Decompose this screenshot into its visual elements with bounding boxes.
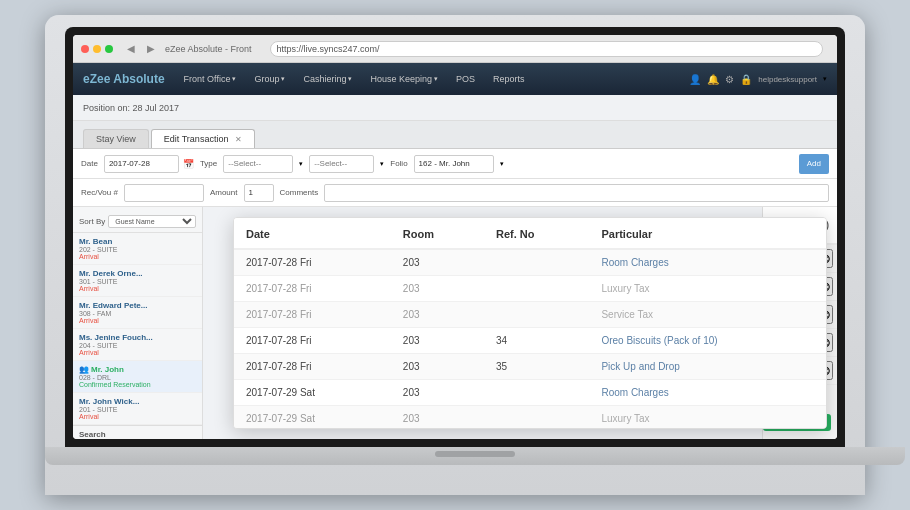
cell-date: 2017-07-29 Sat xyxy=(234,406,391,430)
nav-cashiering[interactable]: Cashiering ▾ xyxy=(298,72,357,86)
guest-status: Arrival xyxy=(79,317,196,324)
recvou-label: Rec/Vou # xyxy=(81,188,118,197)
guest-item-johnwick[interactable]: Mr. John Wick... 201 - SUITE Arrival xyxy=(73,393,202,425)
sort-label: Sort By xyxy=(79,217,105,226)
sidebar-sort-row: Sort By Guest Name xyxy=(73,211,202,233)
cell-refno: 35 xyxy=(484,354,589,380)
group-icon: 👥 xyxy=(79,365,89,374)
sort-select[interactable]: Guest Name xyxy=(108,215,196,228)
cell-date: 2017-07-28 Fri xyxy=(234,354,391,380)
cell-date: 2017-07-28 Fri xyxy=(234,276,391,302)
guest-item-derek[interactable]: Mr. Derek Orne... 301 - SUITE Arrival xyxy=(73,265,202,297)
main-content: Sort By Guest Name Mr. Bean 202 - SUITE … xyxy=(73,207,837,439)
lock-icon[interactable]: 🔒 xyxy=(740,74,752,85)
forward-button[interactable]: ▶ xyxy=(143,42,159,55)
guest-item-edward[interactable]: Mr. Edward Pete... 308 - FAM Arrival xyxy=(73,297,202,329)
guest-room: 204 - SUITE xyxy=(79,342,196,349)
close-dot[interactable] xyxy=(81,45,89,53)
cell-room: 203 xyxy=(391,249,484,276)
position-text: Position on: 28 Jul 2017 xyxy=(83,103,179,113)
help-link[interactable]: helpdesksupport xyxy=(758,75,817,84)
transaction-table-modal: Date Room Ref. No Particular 2017-07-28 … xyxy=(233,217,827,429)
cell-particular: Luxury Tax xyxy=(589,406,826,430)
cell-refno: 34 xyxy=(484,328,589,354)
tabs-bar: Stay View Edit Transaction ✕ xyxy=(73,121,837,149)
back-button[interactable]: ◀ xyxy=(123,42,139,55)
nav-housekeeping[interactable]: House Keeping ▾ xyxy=(365,72,443,86)
guest-room: 028 - DRL xyxy=(79,374,196,381)
table-row[interactable]: 2017-07-28 Fri 203 34 Oreo Biscuits (Pac… xyxy=(234,328,826,354)
tab-stay-view[interactable]: Stay View xyxy=(83,129,149,148)
amount-input[interactable] xyxy=(244,184,274,202)
browser-tab-title: eZee Absolute - Front xyxy=(165,44,252,54)
type-input[interactable] xyxy=(223,155,293,173)
settings-icon[interactable]: ⚙ xyxy=(725,74,734,85)
minimize-dot[interactable] xyxy=(93,45,101,53)
recvou-input[interactable] xyxy=(124,184,204,202)
guest-name: Mr. John Wick... xyxy=(79,397,196,406)
comments-label: Comments xyxy=(280,188,319,197)
guest-status: Arrival xyxy=(79,285,196,292)
laptop-shell: ◀ ▶ eZee Absolute - Front https://live.s… xyxy=(45,15,865,495)
cell-refno xyxy=(484,276,589,302)
guest-room: 308 - FAM xyxy=(79,310,196,317)
brand-logo: eZee Absolute xyxy=(83,72,165,86)
table-row[interactable]: 2017-07-28 Fri 203 Room Charges xyxy=(234,249,826,276)
table-row[interactable]: 2017-07-28 Fri 203 Service Tax xyxy=(234,302,826,328)
cell-refno xyxy=(484,249,589,276)
form-row-2: Rec/Vou # Amount Comments xyxy=(73,179,837,207)
guest-room: 301 - SUITE xyxy=(79,278,196,285)
tab-close-icon[interactable]: ✕ xyxy=(235,135,242,144)
maximize-dot[interactable] xyxy=(105,45,113,53)
sidebar-search: Search Filter by Term xyxy=(73,425,202,439)
nav-reports[interactable]: Reports xyxy=(488,72,530,86)
window-controls xyxy=(81,45,113,53)
laptop-base xyxy=(45,447,905,465)
type-arrow-icon: ▾ xyxy=(299,160,303,168)
cell-date: 2017-07-29 Sat xyxy=(234,380,391,406)
search-label: Search xyxy=(79,430,196,439)
date-label: Date xyxy=(81,159,98,168)
chevron-down-icon: ▾ xyxy=(232,75,236,83)
table-row[interactable]: 2017-07-29 Sat 203 Room Charges xyxy=(234,380,826,406)
amount-label: Amount xyxy=(210,188,238,197)
nav-right-icons: 👤 🔔 ⚙ 🔒 helpdesksupport ▾ xyxy=(689,74,827,85)
help-chevron-icon: ▾ xyxy=(823,75,827,83)
address-bar[interactable]: https://live.syncs247.com/ xyxy=(270,41,823,57)
cell-date: 2017-07-28 Fri xyxy=(234,249,391,276)
col-particular: Particular xyxy=(589,218,826,249)
folio-label: Folio xyxy=(390,159,407,168)
folio-input[interactable] xyxy=(414,155,494,173)
col-refno: Ref. No xyxy=(484,218,589,249)
calendar-icon[interactable]: 📅 xyxy=(183,159,194,169)
comments-input[interactable] xyxy=(324,184,829,202)
folio-arrow-icon: ▾ xyxy=(500,160,504,168)
cell-refno xyxy=(484,406,589,430)
cell-date: 2017-07-28 Fri xyxy=(234,328,391,354)
laptop-screen: ◀ ▶ eZee Absolute - Front https://live.s… xyxy=(73,35,837,439)
guest-room: 201 - SUITE xyxy=(79,406,196,413)
guest-item-jenine[interactable]: Ms. Jenine Fouch... 204 - SUITE Arrival xyxy=(73,329,202,361)
nav-group[interactable]: Group ▾ xyxy=(249,72,290,86)
table-row[interactable]: 2017-07-28 Fri 203 Luxury Tax xyxy=(234,276,826,302)
cell-particular: Luxury Tax xyxy=(589,276,826,302)
table-row[interactable]: 2017-07-28 Fri 203 35 Pick Up and Drop xyxy=(234,354,826,380)
right-panel: Date Room Ref. No Particular 2017-07-28 … xyxy=(203,207,837,439)
cell-particular: Pick Up and Drop xyxy=(589,354,826,380)
date-input[interactable] xyxy=(104,155,179,173)
bell-icon[interactable]: 🔔 xyxy=(707,74,719,85)
tab-edit-transaction[interactable]: Edit Transaction ✕ xyxy=(151,129,255,148)
col-date: Date xyxy=(234,218,391,249)
nav-pos[interactable]: POS xyxy=(451,72,480,86)
table-row[interactable]: 2017-07-29 Sat 203 Luxury Tax xyxy=(234,406,826,430)
guest-item-bean[interactable]: Mr. Bean 202 - SUITE Arrival xyxy=(73,233,202,265)
guest-status: Arrival xyxy=(79,413,196,420)
cell-room: 203 xyxy=(391,354,484,380)
guest-item-john[interactable]: 👥 Mr. John 028 - DRL Confirmed Reservati… xyxy=(73,361,202,393)
user-icon[interactable]: 👤 xyxy=(689,74,701,85)
select-input[interactable] xyxy=(309,155,374,173)
guest-name: Mr. Derek Orne... xyxy=(79,269,196,278)
nav-front-office[interactable]: Front Office ▾ xyxy=(179,72,242,86)
add-button[interactable]: Add xyxy=(799,154,829,174)
browser-navigation: ◀ ▶ xyxy=(123,42,159,55)
